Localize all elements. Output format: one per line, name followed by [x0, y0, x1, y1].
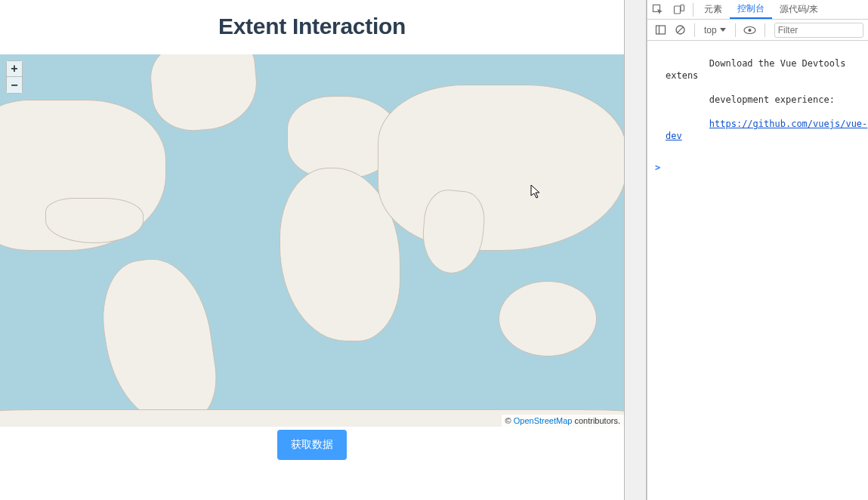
separator: [693, 3, 693, 17]
landmass: [419, 188, 487, 276]
svg-rect-2: [681, 5, 684, 11]
clear-console-icon[interactable]: [672, 22, 688, 39]
console-output[interactable]: Download the Vue Devtools extens develop…: [647, 41, 868, 500]
devtools-tabs: 元素 控制台 源代码/来: [647, 0, 868, 20]
console-prompt[interactable]: >: [655, 154, 868, 174]
page-title: Extent Interaction: [0, 0, 624, 54]
context-selector[interactable]: top: [701, 25, 729, 35]
app-pane: Extent Interaction + − © OpenStree: [0, 0, 624, 500]
svg-rect-1: [675, 6, 681, 14]
tab-sources[interactable]: 源代码/来: [772, 0, 826, 19]
zoom-in-button[interactable]: +: [6, 60, 23, 77]
attribution-prefix: ©: [505, 416, 514, 425]
toggle-sidebar-icon[interactable]: [652, 22, 669, 39]
landmass: [94, 252, 222, 427]
devtools-pane: 元素 控制台 源代码/来 top: [647, 0, 868, 500]
action-row: 获取数据: [0, 427, 624, 460]
chevron-down-icon: [720, 28, 726, 32]
separator: [765, 23, 765, 37]
filter-input[interactable]: [778, 25, 860, 35]
context-label: top: [704, 25, 717, 35]
landmass: [499, 281, 597, 356]
svg-point-8: [749, 29, 752, 32]
svg-rect-3: [656, 26, 665, 34]
attribution-link[interactable]: OpenStreetMap: [514, 416, 573, 425]
console-text: Download the Vue Devtools extens: [666, 58, 851, 81]
console-toolbar: top: [647, 20, 868, 41]
map-container[interactable]: + − © OpenStreetMap contributors.: [0, 54, 624, 427]
console-message: Download the Vue Devtools extens develop…: [655, 45, 868, 154]
console-link[interactable]: https://github.com/vuejs/vue-dev: [666, 119, 867, 141]
get-data-button[interactable]: 获取数据: [277, 430, 347, 460]
zoom-out-button[interactable]: −: [6, 77, 23, 94]
attribution-suffix: contributors.: [572, 416, 620, 425]
device-toolbar-icon[interactable]: [669, 0, 690, 20]
pane-gutter[interactable]: [624, 0, 647, 500]
separator: [694, 23, 695, 37]
zoom-controls: + −: [6, 60, 23, 94]
prompt-caret: >: [655, 162, 660, 174]
console-text: development experience:: [709, 94, 835, 105]
svg-line-6: [677, 27, 683, 33]
landmass: [147, 54, 261, 134]
inspect-element-icon[interactable]: [647, 0, 669, 20]
landmass: [45, 198, 144, 243]
filter-wrap: [774, 23, 863, 38]
map-canvas[interactable]: [0, 54, 624, 427]
separator: [735, 23, 736, 37]
landmass: [378, 85, 624, 251]
map-attribution: © OpenStreetMap contributors.: [502, 415, 624, 427]
tab-console[interactable]: 控制台: [730, 0, 772, 19]
live-expression-icon[interactable]: [742, 22, 758, 39]
tab-elements[interactable]: 元素: [697, 0, 730, 19]
